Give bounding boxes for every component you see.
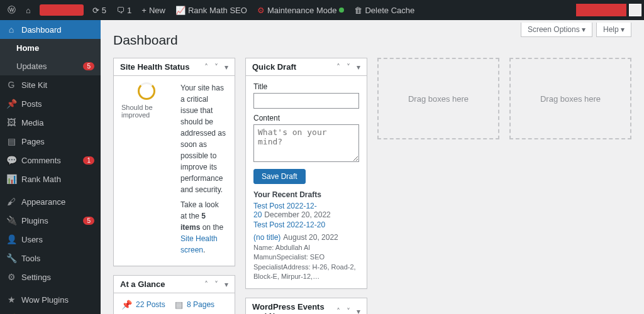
- gear-red-icon: ⚙: [257, 6, 265, 15]
- health-status-label: Should be improved: [121, 104, 172, 119]
- recent-drafts-heading: Your Recent Drafts: [253, 190, 359, 199]
- draft-item: Test Post 2022-12-20: [253, 220, 359, 229]
- title-label: Title: [253, 82, 359, 91]
- users-icon: 👤: [6, 234, 16, 244]
- menu-appearance[interactable]: 🖌Appearance: [0, 192, 101, 211]
- content-label: Content: [253, 114, 359, 122]
- avatar[interactable]: [629, 4, 641, 16]
- status-dot-icon: [339, 8, 344, 13]
- menu-comments[interactable]: 💬Comments1: [0, 151, 101, 170]
- draft-link[interactable]: Test Post 2022-12-20: [253, 220, 325, 229]
- save-draft-button[interactable]: Save Draft: [253, 169, 306, 184]
- move-down-icon[interactable]: ˅: [214, 280, 218, 289]
- menu-wpfc[interactable]: ⚡WP Fastest Cache: [0, 309, 101, 314]
- site-health-link[interactable]: Site Health screen: [180, 234, 218, 254]
- wordpress-icon: ⓦ: [8, 4, 16, 16]
- health-cta: Take a look at the 5 items on the Site H…: [180, 199, 227, 256]
- move-up-icon[interactable]: ˄: [204, 63, 208, 72]
- move-down-icon[interactable]: ˅: [347, 307, 350, 314]
- menu-media[interactable]: 🖾Media: [0, 113, 101, 132]
- move-down-icon[interactable]: ˅: [214, 63, 218, 72]
- drop-zone[interactable]: Drag boxes here: [377, 58, 499, 139]
- quickdraft-heading: Quick Draft: [252, 62, 296, 72]
- submenu-updates[interactable]: Updates5: [0, 57, 101, 75]
- user-name-redacted: [576, 4, 626, 16]
- toggle-icon[interactable]: ▾: [357, 307, 360, 314]
- page-icon: ▤: [6, 136, 16, 146]
- admin-menu: ⌂Dashboard Home Updates5 GSite Kit 📌Post…: [0, 20, 101, 314]
- dashboard-icon: ⌂: [6, 24, 16, 35]
- pin-icon: 📌: [6, 99, 16, 109]
- draft-content-input[interactable]: [253, 124, 359, 162]
- move-up-icon[interactable]: ˄: [336, 307, 340, 314]
- site-health-heading: Site Health Status: [120, 62, 190, 72]
- trash-icon: 🗑: [354, 6, 362, 15]
- home-icon: ⌂: [26, 6, 31, 15]
- menu-rankmath[interactable]: 📊Rank Math: [0, 170, 101, 188]
- screen-options-button[interactable]: Screen Options ▾: [521, 23, 592, 37]
- draft-excerpt: Name: Abdullah Al MamunSpecialist: SEO S…: [253, 243, 359, 282]
- menu-wow-plugins[interactable]: ★Wow Plugins: [0, 290, 101, 309]
- wp-logo[interactable]: ⓦ: [3, 0, 21, 20]
- health-ring-icon: [138, 82, 155, 100]
- glance-heading: At a Glance: [120, 279, 165, 289]
- comment-icon: 💬: [6, 155, 16, 165]
- menu-plugins[interactable]: 🔌Plugins5: [0, 211, 101, 230]
- menu-pages[interactable]: ▤Pages: [0, 132, 101, 151]
- glance-pages[interactable]: ▤8 Pages: [175, 300, 227, 310]
- site-home[interactable]: ⌂: [21, 0, 36, 20]
- settings-icon: ⚙: [6, 272, 16, 282]
- menu-dashboard[interactable]: ⌂Dashboard: [0, 20, 101, 39]
- draft-link[interactable]: (no title): [253, 233, 280, 242]
- help-button[interactable]: Help ▾: [596, 23, 631, 37]
- brush-icon: 🖌: [6, 197, 16, 207]
- pin-icon: 📌: [121, 300, 132, 310]
- plus-icon: +: [142, 6, 147, 15]
- page-icon: ▤: [175, 300, 183, 310]
- menu-posts[interactable]: 📌Posts: [0, 94, 101, 113]
- quick-draft-box: Quick Draft ˄˅▾ Title Content Save Draft…: [245, 58, 367, 289]
- submenu-home[interactable]: Home: [0, 39, 101, 57]
- glance-posts[interactable]: 📌22 Posts: [121, 300, 169, 310]
- new-content[interactable]: +New: [136, 0, 170, 20]
- plugin-icon: 🔌: [6, 215, 16, 225]
- rankmath-icon: 📊: [6, 174, 16, 184]
- drop-zone[interactable]: Drag boxes here: [509, 58, 631, 139]
- site-name-redacted: [40, 4, 84, 16]
- toggle-icon[interactable]: ▾: [225, 280, 228, 289]
- site-health-box: Site Health Status ˄˅▾ Should be improve…: [113, 58, 235, 266]
- draft-item: Test Post 2022-12-20December 20, 2022: [253, 202, 359, 219]
- google-icon: G: [6, 80, 16, 90]
- menu-users[interactable]: 👤Users: [0, 230, 101, 249]
- refresh-icon: ⟳: [92, 6, 99, 15]
- wrench-icon: 🔧: [6, 253, 16, 263]
- rank-math-item[interactable]: 📈Rank Math SEO: [170, 0, 252, 20]
- media-icon: 🖾: [6, 117, 16, 127]
- chart-icon: 📈: [175, 6, 186, 15]
- toggle-icon[interactable]: ▾: [357, 63, 360, 72]
- events-heading: WordPress Events and News: [252, 302, 336, 314]
- delete-cache-item[interactable]: 🗑Delete Cache: [349, 0, 419, 20]
- draft-title-input[interactable]: [253, 93, 359, 109]
- toggle-icon[interactable]: ▾: [225, 63, 228, 72]
- health-message: Your site has a critical issue that shou…: [180, 82, 227, 195]
- move-up-icon[interactable]: ˄: [336, 63, 340, 72]
- menu-sitekit[interactable]: GSite Kit: [0, 75, 101, 94]
- star-icon: ★: [6, 295, 16, 305]
- move-up-icon[interactable]: ˄: [204, 280, 208, 289]
- events-news-box: WordPress Events and News ˄˅▾ Attend an …: [245, 298, 367, 314]
- maintenance-item[interactable]: ⚙Maintenance Mode: [252, 0, 350, 20]
- at-a-glance-box: At a Glance ˄˅▾ 📌22 Posts ▤8 Pages 💬1 Co…: [113, 275, 235, 314]
- draft-item: (no title)August 20, 2022: [253, 233, 359, 242]
- menu-settings[interactable]: ⚙Settings: [0, 268, 101, 286]
- admin-bar: ⓦ ⌂ ⟳5 🗨1 +New 📈Rank Math SEO ⚙Maintenan…: [0, 0, 644, 20]
- menu-tools[interactable]: 🔧Tools: [0, 249, 101, 268]
- updates-item[interactable]: ⟳5: [87, 0, 111, 20]
- move-down-icon[interactable]: ˅: [347, 63, 350, 72]
- comment-icon: 🗨: [116, 6, 125, 15]
- comments-item[interactable]: 🗨1: [111, 0, 136, 20]
